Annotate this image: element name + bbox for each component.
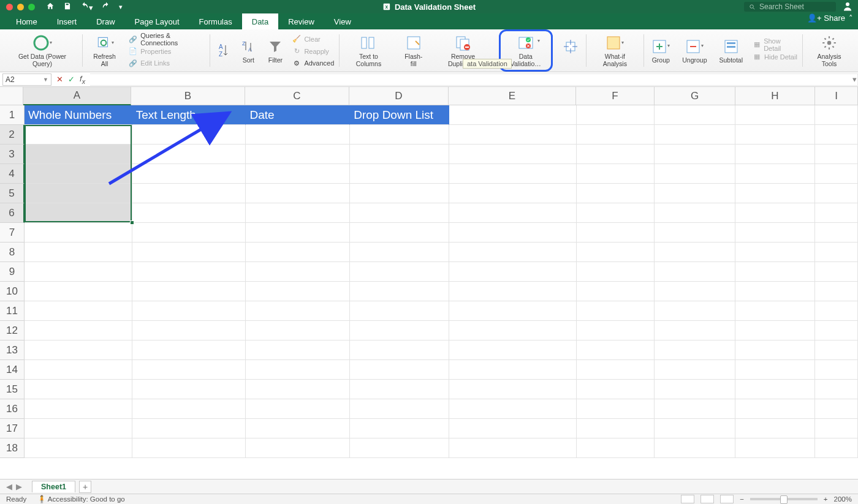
cell-F1[interactable] bbox=[577, 105, 655, 125]
cell-B14[interactable] bbox=[132, 360, 246, 380]
cell-A7[interactable] bbox=[25, 223, 132, 243]
tab-formulas[interactable]: Formulas bbox=[189, 13, 242, 29]
row-header-17[interactable]: 17 bbox=[0, 419, 25, 438]
row-header-9[interactable]: 9 bbox=[0, 262, 25, 282]
cell-A4[interactable] bbox=[25, 164, 132, 184]
share-button[interactable]: 👤+ Share bbox=[807, 13, 845, 23]
fill-handle[interactable] bbox=[130, 220, 134, 225]
refresh-all-button[interactable]: ▾ Refresh All bbox=[88, 32, 121, 69]
zoom-out-button[interactable]: − bbox=[740, 495, 744, 503]
cell-G3[interactable] bbox=[655, 145, 735, 164]
cell-B4[interactable] bbox=[132, 164, 246, 184]
cell-D3[interactable] bbox=[350, 145, 449, 164]
column-header-G[interactable]: G bbox=[655, 87, 735, 105]
cell-I2[interactable] bbox=[815, 125, 858, 145]
cell-E16[interactable] bbox=[449, 399, 577, 419]
column-header-A[interactable]: A bbox=[23, 87, 131, 105]
cell-A18[interactable] bbox=[25, 438, 132, 458]
minimize-window[interactable] bbox=[17, 4, 24, 10]
cell-G17[interactable] bbox=[655, 419, 735, 438]
cell-G16[interactable] bbox=[655, 399, 735, 419]
cell-E8[interactable] bbox=[449, 243, 577, 262]
cell-C10[interactable] bbox=[246, 282, 350, 301]
show-detail-button[interactable]: ▦Show Detail bbox=[753, 39, 797, 51]
cell-H4[interactable] bbox=[735, 164, 815, 184]
column-header-B[interactable]: B bbox=[131, 87, 245, 105]
cell-F3[interactable] bbox=[577, 145, 655, 164]
group-button[interactable]: ▾Group bbox=[649, 36, 672, 66]
cell-F11[interactable] bbox=[577, 301, 655, 321]
cell-F6[interactable] bbox=[577, 203, 655, 223]
cell-B8[interactable] bbox=[132, 243, 246, 262]
cell-E12[interactable] bbox=[449, 321, 577, 340]
cell-C16[interactable] bbox=[246, 399, 350, 419]
get-data-button[interactable]: ▾ Get Data (Power Query) bbox=[7, 32, 77, 69]
zoom-slider[interactable] bbox=[750, 498, 818, 500]
cell-E11[interactable] bbox=[449, 301, 577, 321]
sheet-tab-sheet1[interactable]: Sheet1 bbox=[32, 481, 75, 492]
cell-I10[interactable] bbox=[815, 282, 858, 301]
cell-I13[interactable] bbox=[815, 340, 858, 360]
cell-C13[interactable] bbox=[246, 340, 350, 360]
cell-E15[interactable] bbox=[449, 380, 577, 399]
zoom-window[interactable] bbox=[28, 4, 35, 10]
cell-A16[interactable] bbox=[25, 399, 132, 419]
row-header-15[interactable]: 15 bbox=[0, 380, 25, 399]
sort-button[interactable]: ZA Sort bbox=[238, 36, 258, 66]
row-header-4[interactable]: 4 bbox=[0, 164, 25, 184]
cell-H8[interactable] bbox=[735, 243, 815, 262]
cell-C18[interactable] bbox=[246, 438, 350, 458]
cell-D1[interactable]: Drop Down List bbox=[350, 105, 449, 125]
ungroup-button[interactable]: ▾Ungroup bbox=[680, 36, 709, 66]
cell-A9[interactable] bbox=[25, 262, 132, 282]
cell-F13[interactable] bbox=[577, 340, 655, 360]
cell-G7[interactable] bbox=[655, 223, 735, 243]
cell-I9[interactable] bbox=[815, 262, 858, 282]
cell-G11[interactable] bbox=[655, 301, 735, 321]
filter-button[interactable]: Filter bbox=[265, 36, 285, 66]
cell-C8[interactable] bbox=[246, 243, 350, 262]
row-header-7[interactable]: 7 bbox=[0, 223, 25, 243]
cell-C1[interactable]: Date bbox=[246, 105, 350, 125]
cell-B13[interactable] bbox=[132, 340, 246, 360]
cell-H1[interactable] bbox=[735, 105, 815, 125]
cell-C15[interactable] bbox=[246, 380, 350, 399]
subtotal-button[interactable]: Subtotal bbox=[717, 36, 746, 66]
cell-I6[interactable] bbox=[815, 203, 858, 223]
cell-B10[interactable] bbox=[132, 282, 246, 301]
cell-E10[interactable] bbox=[449, 282, 577, 301]
queries-connections-button[interactable]: 🔗Queries & Connections bbox=[129, 33, 205, 45]
cell-G1[interactable] bbox=[655, 105, 735, 125]
cell-G9[interactable] bbox=[655, 262, 735, 282]
column-header-D[interactable]: D bbox=[349, 87, 449, 105]
cell-H15[interactable] bbox=[735, 380, 815, 399]
formula-input[interactable] bbox=[90, 73, 858, 86]
cell-E4[interactable] bbox=[449, 164, 577, 184]
cell-H3[interactable] bbox=[735, 145, 815, 164]
cell-C5[interactable] bbox=[246, 184, 350, 203]
cell-H12[interactable] bbox=[735, 321, 815, 340]
row-header-10[interactable]: 10 bbox=[0, 282, 25, 301]
cell-D8[interactable] bbox=[350, 243, 449, 262]
cell-E9[interactable] bbox=[449, 262, 577, 282]
cell-F9[interactable] bbox=[577, 262, 655, 282]
cell-A2[interactable] bbox=[25, 125, 132, 145]
cell-A17[interactable] bbox=[25, 419, 132, 438]
clear-filter-button[interactable]: 🧹Clear bbox=[292, 33, 320, 45]
column-header-C[interactable]: C bbox=[245, 87, 349, 105]
cell-H7[interactable] bbox=[735, 223, 815, 243]
cell-I16[interactable] bbox=[815, 399, 858, 419]
cell-H14[interactable] bbox=[735, 360, 815, 380]
cell-C3[interactable] bbox=[246, 145, 350, 164]
cell-E14[interactable] bbox=[449, 360, 577, 380]
cell-B5[interactable] bbox=[132, 184, 246, 203]
close-window[interactable] bbox=[6, 4, 13, 10]
column-header-H[interactable]: H bbox=[735, 87, 815, 105]
cell-D2[interactable] bbox=[350, 125, 449, 145]
cell-G6[interactable] bbox=[655, 203, 735, 223]
cell-B3[interactable] bbox=[132, 145, 246, 164]
cell-F17[interactable] bbox=[577, 419, 655, 438]
cell-I18[interactable] bbox=[815, 438, 858, 458]
row-header-1[interactable]: 1 bbox=[0, 105, 25, 125]
tab-data[interactable]: Data bbox=[242, 13, 278, 29]
